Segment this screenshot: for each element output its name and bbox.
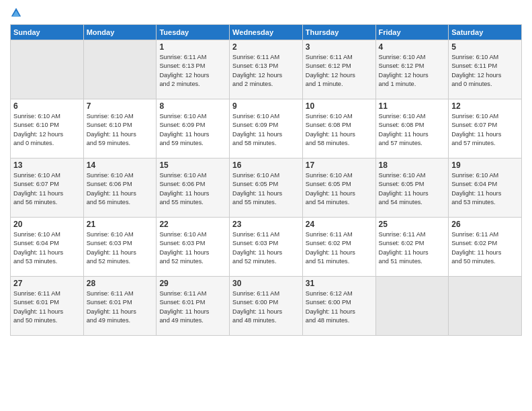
calendar-week-row: 20Sunrise: 6:10 AM Sunset: 6:04 PM Dayli… (11, 218, 522, 277)
day-detail: Sunrise: 6:10 AM Sunset: 6:09 PM Dayligh… (159, 112, 226, 148)
calendar-cell: 5Sunrise: 6:10 AM Sunset: 6:11 PM Daylig… (449, 40, 522, 99)
calendar-cell: 10Sunrise: 6:10 AM Sunset: 6:08 PM Dayli… (302, 99, 375, 158)
day-detail: Sunrise: 6:11 AM Sunset: 6:12 PM Dayligh… (306, 53, 373, 89)
calendar-cell: 28Sunrise: 6:11 AM Sunset: 6:01 PM Dayli… (83, 277, 157, 336)
day-detail: Sunrise: 6:10 AM Sunset: 6:10 PM Dayligh… (13, 112, 81, 148)
calendar-cell: 20Sunrise: 6:10 AM Sunset: 6:04 PM Dayli… (11, 218, 84, 277)
day-detail: Sunrise: 6:10 AM Sunset: 6:06 PM Dayligh… (87, 171, 154, 207)
day-detail: Sunrise: 6:11 AM Sunset: 6:13 PM Dayligh… (232, 53, 300, 89)
day-detail: Sunrise: 6:10 AM Sunset: 6:11 PM Dayligh… (451, 53, 519, 89)
day-number: 9 (232, 101, 300, 111)
weekday-header: Tuesday (157, 25, 230, 40)
day-detail: Sunrise: 6:11 AM Sunset: 6:13 PM Dayligh… (159, 53, 226, 89)
day-detail: Sunrise: 6:10 AM Sunset: 6:03 PM Dayligh… (159, 230, 226, 266)
day-detail: Sunrise: 6:10 AM Sunset: 6:07 PM Dayligh… (451, 112, 519, 148)
calendar-cell: 8Sunrise: 6:10 AM Sunset: 6:09 PM Daylig… (157, 99, 230, 158)
logo (10, 7, 24, 19)
calendar-cell: 17Sunrise: 6:10 AM Sunset: 6:05 PM Dayli… (302, 158, 375, 218)
day-detail: Sunrise: 6:11 AM Sunset: 6:03 PM Dayligh… (232, 230, 300, 266)
day-number: 22 (159, 220, 226, 229)
logo-icon (10, 7, 22, 19)
day-detail: Sunrise: 6:10 AM Sunset: 6:08 PM Dayligh… (306, 112, 373, 148)
day-number: 17 (306, 161, 373, 170)
calendar-cell: 30Sunrise: 6:11 AM Sunset: 6:00 PM Dayli… (230, 277, 303, 336)
calendar-week-row: 1Sunrise: 6:11 AM Sunset: 6:13 PM Daylig… (11, 40, 522, 99)
day-number: 30 (232, 279, 300, 288)
weekday-header: Monday (83, 25, 157, 40)
day-detail: Sunrise: 6:10 AM Sunset: 6:12 PM Dayligh… (379, 53, 446, 89)
calendar-cell: 12Sunrise: 6:10 AM Sunset: 6:07 PM Dayli… (449, 99, 522, 158)
day-number: 14 (87, 161, 154, 170)
day-number: 18 (379, 161, 446, 170)
day-number: 4 (379, 42, 446, 52)
calendar-week-row: 6Sunrise: 6:10 AM Sunset: 6:10 PM Daylig… (11, 99, 522, 158)
calendar-cell: 21Sunrise: 6:10 AM Sunset: 6:03 PM Dayli… (83, 218, 157, 277)
calendar-cell: 11Sunrise: 6:10 AM Sunset: 6:08 PM Dayli… (375, 99, 449, 158)
calendar-cell: 22Sunrise: 6:10 AM Sunset: 6:03 PM Dayli… (157, 218, 230, 277)
calendar-cell (449, 277, 522, 336)
weekday-header: Sunday (11, 25, 84, 40)
calendar-cell: 18Sunrise: 6:10 AM Sunset: 6:05 PM Dayli… (375, 158, 449, 218)
day-number: 2 (232, 42, 300, 52)
day-number: 15 (159, 161, 226, 170)
calendar-cell: 13Sunrise: 6:10 AM Sunset: 6:07 PM Dayli… (11, 158, 84, 218)
day-detail: Sunrise: 6:10 AM Sunset: 6:03 PM Dayligh… (87, 230, 154, 266)
calendar-cell: 1Sunrise: 6:11 AM Sunset: 6:13 PM Daylig… (157, 40, 230, 99)
day-detail: Sunrise: 6:11 AM Sunset: 6:02 PM Dayligh… (379, 230, 446, 266)
calendar-cell (11, 40, 84, 99)
day-number: 27 (13, 279, 81, 288)
day-detail: Sunrise: 6:11 AM Sunset: 6:01 PM Dayligh… (159, 289, 226, 325)
main-container: SundayMondayTuesdayWednesdayThursdayFrid… (0, 0, 532, 342)
calendar-week-row: 13Sunrise: 6:10 AM Sunset: 6:07 PM Dayli… (11, 158, 522, 218)
logo-text (10, 7, 24, 19)
day-number: 12 (451, 101, 519, 111)
calendar-cell: 15Sunrise: 6:10 AM Sunset: 6:06 PM Dayli… (157, 158, 230, 218)
day-number: 5 (451, 42, 519, 52)
day-detail: Sunrise: 6:11 AM Sunset: 6:02 PM Dayligh… (306, 230, 373, 266)
day-detail: Sunrise: 6:10 AM Sunset: 6:09 PM Dayligh… (232, 112, 300, 148)
weekday-header: Wednesday (230, 25, 303, 40)
day-number: 6 (13, 101, 81, 111)
calendar-cell: 19Sunrise: 6:10 AM Sunset: 6:04 PM Dayli… (449, 158, 522, 218)
day-number: 20 (13, 220, 81, 229)
day-number: 8 (159, 101, 226, 111)
day-detail: Sunrise: 6:11 AM Sunset: 6:01 PM Dayligh… (13, 289, 81, 325)
day-number: 13 (13, 161, 81, 170)
day-number: 24 (306, 220, 373, 229)
day-number: 25 (379, 220, 446, 229)
day-number: 19 (451, 161, 519, 170)
calendar-cell: 7Sunrise: 6:10 AM Sunset: 6:10 PM Daylig… (83, 99, 157, 158)
weekday-header-row: SundayMondayTuesdayWednesdayThursdayFrid… (11, 25, 522, 40)
day-detail: Sunrise: 6:10 AM Sunset: 6:05 PM Dayligh… (379, 171, 446, 207)
day-number: 11 (379, 101, 446, 111)
day-number: 21 (87, 220, 154, 229)
day-detail: Sunrise: 6:12 AM Sunset: 6:00 PM Dayligh… (306, 289, 373, 325)
day-detail: Sunrise: 6:10 AM Sunset: 6:06 PM Dayligh… (159, 171, 226, 207)
calendar-cell: 3Sunrise: 6:11 AM Sunset: 6:12 PM Daylig… (302, 40, 375, 99)
day-number: 3 (306, 42, 373, 52)
calendar-cell: 31Sunrise: 6:12 AM Sunset: 6:00 PM Dayli… (302, 277, 375, 336)
calendar-cell: 23Sunrise: 6:11 AM Sunset: 6:03 PM Dayli… (230, 218, 303, 277)
day-number: 7 (87, 101, 154, 111)
day-detail: Sunrise: 6:10 AM Sunset: 6:08 PM Dayligh… (379, 112, 446, 148)
calendar-cell: 2Sunrise: 6:11 AM Sunset: 6:13 PM Daylig… (230, 40, 303, 99)
calendar-table: SundayMondayTuesdayWednesdayThursdayFrid… (10, 24, 522, 336)
day-detail: Sunrise: 6:11 AM Sunset: 6:02 PM Dayligh… (451, 230, 519, 266)
day-detail: Sunrise: 6:10 AM Sunset: 6:05 PM Dayligh… (306, 171, 373, 207)
calendar-cell: 25Sunrise: 6:11 AM Sunset: 6:02 PM Dayli… (375, 218, 449, 277)
calendar-cell: 16Sunrise: 6:10 AM Sunset: 6:05 PM Dayli… (230, 158, 303, 218)
calendar-cell: 4Sunrise: 6:10 AM Sunset: 6:12 PM Daylig… (375, 40, 449, 99)
header (10, 7, 522, 19)
calendar-cell: 14Sunrise: 6:10 AM Sunset: 6:06 PM Dayli… (83, 158, 157, 218)
calendar-cell: 24Sunrise: 6:11 AM Sunset: 6:02 PM Dayli… (302, 218, 375, 277)
calendar-cell: 29Sunrise: 6:11 AM Sunset: 6:01 PM Dayli… (157, 277, 230, 336)
calendar-cell (83, 40, 157, 99)
day-detail: Sunrise: 6:10 AM Sunset: 6:04 PM Dayligh… (13, 230, 81, 266)
day-number: 28 (87, 279, 154, 288)
calendar-cell: 26Sunrise: 6:11 AM Sunset: 6:02 PM Dayli… (449, 218, 522, 277)
calendar-cell (375, 277, 449, 336)
day-number: 1 (159, 42, 226, 52)
day-number: 23 (232, 220, 300, 229)
day-detail: Sunrise: 6:10 AM Sunset: 6:10 PM Dayligh… (87, 112, 154, 148)
weekday-header: Thursday (302, 25, 375, 40)
